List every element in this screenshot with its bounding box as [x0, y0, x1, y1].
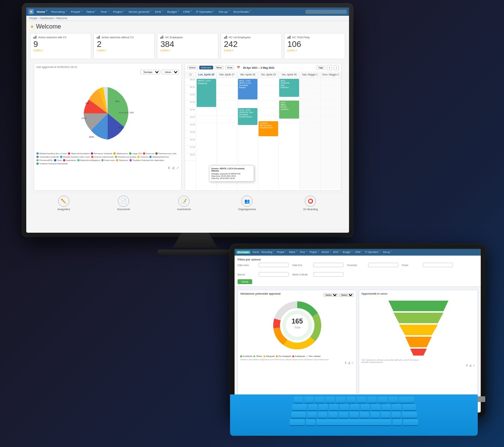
tablet-nav-recruiting[interactable]: Recruiting ˅: [261, 251, 274, 254]
key-k[interactable]: [382, 404, 391, 410]
cal-view-anno[interactable]: Anno: [225, 66, 234, 69]
cal-event-fri-abda[interactable]: 10:00ABDA,PAOLOFeste/Pre: [279, 101, 299, 119]
nav-budget[interactable]: Budget ˅: [167, 10, 179, 14]
key-j[interactable]: [371, 404, 381, 410]
nav-ehs[interactable]: EHS ˅: [155, 10, 164, 14]
bottom-nav-inserimento[interactable]: 📝 Inserimento: [177, 196, 191, 211]
key-a[interactable]: [308, 404, 317, 410]
nav-time[interactable]: Time ˅: [100, 10, 109, 14]
tablet-nav-project[interactable]: Project ˅: [310, 251, 319, 254]
key-m[interactable]: [370, 412, 380, 418]
key-q[interactable]: [294, 397, 303, 403]
key-enter[interactable]: [403, 404, 416, 410]
funnel-download-icon[interactable]: ⬇: [466, 364, 468, 367]
tablet-nav-talent[interactable]: Talent ˅: [289, 251, 297, 254]
bottom-nav-organigramma[interactable]: 👥 Organigramma: [238, 196, 256, 211]
cal-event-abate-respinta[interactable]: ABATE, LUCA(Respinta): [197, 79, 216, 107]
filter-input-bacino[interactable]: [259, 272, 289, 277]
filter-input-datafine[interactable]: [313, 263, 343, 267]
nav-servizi[interactable]: Servizi generali ˅: [128, 10, 151, 14]
tablet-nav-budget[interactable]: Budget ˅: [343, 251, 352, 254]
tablet-nav-ehs[interactable]: EHS ˅: [333, 251, 340, 254]
cal-prev-btn[interactable]: ‹: [327, 65, 332, 70]
chart-dropdown-1[interactable]: Tipologia: [140, 70, 160, 74]
filter-input-datainizio[interactable]: [259, 263, 289, 267]
cal-event-thu-trasferta[interactable]: TrasfertaMari accettataFeste/Premessi: [259, 121, 278, 136]
bottom-nav-documenti[interactable]: 📄 Documenti: [117, 196, 130, 211]
key-f[interactable]: [340, 404, 349, 410]
key-l[interactable]: [392, 404, 402, 410]
filter-search-btn[interactable]: Cerca: [238, 279, 252, 284]
donut-print-icon[interactable]: 🖨: [348, 361, 351, 364]
cal-event-angelini-ferie[interactable]: 12:00 - 13:00ANGELINI, Olga(Accettata)Fe…: [238, 108, 257, 125]
chart-dropdown-2[interactable]: Values: [162, 70, 179, 74]
nav-recruiting[interactable]: Recruiting ˅: [51, 10, 67, 14]
cal-today-btn[interactable]: Oggi: [316, 66, 325, 69]
tablet-nav-people[interactable]: People ˅: [277, 251, 286, 254]
bottom-nav-onboarding[interactable]: ⭕ On Boarding: [303, 196, 318, 211]
funnel-print-icon[interactable]: 🖨: [469, 364, 472, 367]
download-icon[interactable]: ⬇: [168, 166, 170, 170]
nav-econstudio[interactable]: EconStudio ˅: [233, 10, 251, 14]
nav-talent[interactable]: Talent ˅: [86, 10, 97, 14]
key-ctrl-right[interactable]: [403, 419, 418, 425]
key-backspace[interactable]: [399, 397, 414, 403]
nav-search-input[interactable]: [305, 10, 347, 14]
tablet-nav-crm[interactable]: CRM ˅: [355, 251, 363, 254]
key-v[interactable]: [339, 412, 348, 418]
nav-project[interactable]: Project ˅: [113, 10, 125, 14]
cal-view-giorno[interactable]: Giorno: [187, 66, 198, 69]
key-caps[interactable]: [292, 404, 307, 410]
key-s[interactable]: [319, 404, 328, 410]
filter-input-alerte[interactable]: [313, 272, 343, 277]
key-z[interactable]: [307, 412, 317, 418]
nav-people[interactable]: People ˅: [71, 10, 83, 14]
key-x[interactable]: [318, 412, 327, 418]
key-o[interactable]: [378, 397, 387, 403]
key-u[interactable]: [357, 397, 366, 403]
cal-next-btn[interactable]: ›: [334, 65, 339, 70]
key-shift-left[interactable]: [291, 412, 306, 418]
nav-setup[interactable]: Set-up ˅: [218, 10, 230, 14]
cal-view-settimana[interactable]: Settimana: [199, 66, 213, 69]
tablet-nav-it[interactable]: IT Operation ˅: [365, 251, 381, 254]
donut-download-icon[interactable]: ⬇: [345, 361, 347, 364]
tablet-nav-setup[interactable]: Set-up ˅: [383, 251, 392, 254]
cal-event-fri-angelini[interactable]: 08:00ANGELINI,OlgaFeste/Pre: [279, 79, 299, 97]
key-p[interactable]: [388, 397, 398, 403]
key-comma[interactable]: [381, 412, 390, 418]
key-c[interactable]: [328, 412, 338, 418]
key-y[interactable]: [346, 397, 356, 403]
cal-event-abate-malattia[interactable]: 08:00 - 11:00ABATE, LUCA(Accettata)Malat…: [238, 79, 257, 99]
filter-input-funzione[interactable]: [368, 263, 398, 267]
nav-it[interactable]: IT Operation ˅: [196, 10, 215, 14]
donut-filter-select2[interactable]: Select: [339, 293, 354, 297]
key-t[interactable]: [336, 397, 345, 403]
key-alt[interactable]: [306, 419, 315, 425]
cal-view-mese[interactable]: Mese: [215, 66, 224, 69]
key-alt-right[interactable]: [393, 419, 402, 425]
funnel-expand-icon[interactable]: ⤢: [473, 364, 475, 367]
bottom-nav-anagrafica[interactable]: ✏️ Anagrafica: [57, 196, 70, 211]
key-g[interactable]: [350, 404, 360, 410]
key-w[interactable]: [304, 397, 314, 403]
key-b[interactable]: [349, 412, 359, 418]
print-icon[interactable]: 🖨: [172, 166, 175, 170]
key-e[interactable]: [315, 397, 324, 403]
key-i[interactable]: [367, 397, 377, 403]
key-h[interactable]: [361, 404, 370, 410]
key-ctrl[interactable]: [290, 419, 305, 425]
nav-crm[interactable]: CRM ˅: [183, 10, 192, 14]
key-period[interactable]: [391, 412, 401, 418]
home-icon[interactable]: 🏠: [29, 9, 34, 14]
tablet-nav-home[interactable]: Home: [253, 251, 259, 254]
key-n[interactable]: [360, 412, 369, 418]
filter-input-ruolo[interactable]: [423, 263, 453, 267]
key-space[interactable]: [316, 419, 391, 425]
key-d[interactable]: [329, 404, 339, 410]
expand-icon[interactable]: ⤢: [176, 166, 179, 170]
tablet-nav-time[interactable]: Time ˅: [300, 251, 307, 254]
donut-filter-select[interactable]: Select: [323, 293, 338, 297]
key-r[interactable]: [325, 397, 335, 403]
tablet-nav-servizi[interactable]: Servizi ˅: [322, 251, 331, 254]
